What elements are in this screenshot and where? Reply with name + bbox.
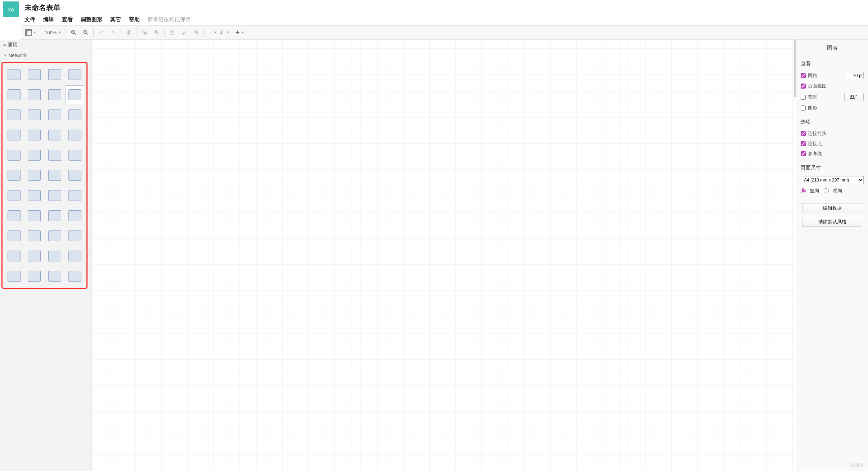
shape-hub[interactable] xyxy=(25,267,44,286)
delete-icon[interactable] xyxy=(123,27,135,38)
shape-buildings[interactable] xyxy=(25,85,44,104)
shape-satellite[interactable] xyxy=(25,226,44,245)
drawing-canvas[interactable] xyxy=(92,40,796,471)
shape-switch[interactable] xyxy=(45,267,64,286)
shape-lightning[interactable] xyxy=(66,65,84,84)
shape-router[interactable] xyxy=(5,226,23,245)
background-checkbox[interactable] xyxy=(801,95,806,100)
shadow-toggle-icon[interactable] xyxy=(191,27,203,38)
insert-icon[interactable]: +▼ xyxy=(234,27,246,38)
shape-phone[interactable] xyxy=(5,166,23,185)
shape-laptop[interactable] xyxy=(5,146,23,165)
scanner-icon xyxy=(68,230,81,241)
lock-icon xyxy=(8,251,21,261)
grid-size-input[interactable] xyxy=(846,72,864,79)
shape-storage[interactable] xyxy=(5,186,23,205)
shape-antenna[interactable] xyxy=(66,206,84,225)
connection-style-icon[interactable]: →▼ xyxy=(206,27,218,38)
shape-rack[interactable] xyxy=(45,206,64,225)
hand-icon xyxy=(8,89,21,100)
menu-extras[interactable]: 其它 xyxy=(110,16,121,23)
shape-rack-half[interactable] xyxy=(66,146,84,165)
shape-kvm[interactable] xyxy=(25,146,44,165)
shape-mainframe2[interactable] xyxy=(25,206,44,225)
router-icon xyxy=(8,230,21,241)
shape-camera[interactable] xyxy=(25,247,44,265)
svg-rect-14 xyxy=(196,31,198,34)
to-front-icon[interactable] xyxy=(138,27,151,38)
shape-cloud[interactable] xyxy=(45,85,64,104)
shape-fax[interactable] xyxy=(66,186,84,205)
shape-bolt[interactable] xyxy=(5,106,23,124)
shape-dish[interactable] xyxy=(45,226,64,245)
shape-line[interactable] xyxy=(45,65,64,84)
user-avatar[interactable]: YA xyxy=(3,1,19,17)
document-title[interactable]: 未命名表单 xyxy=(24,1,191,14)
shape-db[interactable] xyxy=(5,267,23,286)
connection-arrows-checkbox[interactable] xyxy=(801,131,806,136)
connection-points-checkbox[interactable] xyxy=(801,141,806,146)
shape-monitor[interactable] xyxy=(45,166,64,185)
shape-disk[interactable] xyxy=(5,126,23,144)
shape-server2[interactable] xyxy=(66,247,84,265)
svg-rect-8 xyxy=(144,32,147,35)
shape-scanner[interactable] xyxy=(66,226,84,245)
shape-bus[interactable] xyxy=(25,65,44,84)
zoom-in-icon[interactable] xyxy=(67,27,80,38)
tablet-icon xyxy=(68,271,81,282)
guides-checkbox[interactable] xyxy=(801,151,806,156)
clear-default-style-button[interactable]: 清除默认风格 xyxy=(802,217,862,227)
menu-help[interactable]: 帮助 xyxy=(129,16,140,23)
line-color-icon[interactable] xyxy=(178,27,191,38)
portrait-radio[interactable] xyxy=(801,188,806,193)
fill-color-icon[interactable] xyxy=(166,27,178,38)
dish-icon xyxy=(48,230,61,241)
page-layout-button[interactable]: ▼ xyxy=(23,29,39,36)
shape-lock[interactable] xyxy=(5,247,23,265)
grid-checkbox[interactable] xyxy=(801,73,806,78)
shape-tablet[interactable] xyxy=(66,267,84,286)
page-view-checkbox[interactable] xyxy=(801,84,806,89)
zoom-dropdown[interactable]: 100%▼ xyxy=(42,30,64,35)
canvas-area[interactable] xyxy=(92,40,796,471)
cloud-icon xyxy=(48,89,61,100)
menu-view[interactable]: 查看 xyxy=(62,16,73,23)
menu-edit[interactable]: 编辑 xyxy=(43,16,54,23)
edit-data-button[interactable]: 编辑数据 xyxy=(802,203,862,213)
menu-format[interactable]: 调整图形 xyxy=(81,16,102,23)
shape-sun[interactable] xyxy=(5,65,23,84)
shape-device[interactable] xyxy=(66,126,84,144)
redo-icon[interactable]: ↷ xyxy=(107,27,120,38)
zoom-out-icon[interactable] xyxy=(80,27,92,38)
landscape-radio[interactable] xyxy=(824,188,829,193)
shadow-checkbox[interactable] xyxy=(801,106,806,111)
grid-label: 网格 xyxy=(808,72,817,79)
shape-telephone[interactable] xyxy=(45,186,64,205)
shadow-label: 阴影 xyxy=(808,105,817,111)
menu-file[interactable]: 文件 xyxy=(24,16,35,23)
splitter-handle[interactable]: ⋮ xyxy=(89,40,92,471)
shape-firewall[interactable] xyxy=(25,126,44,144)
waypoint-style-icon[interactable]: ▼ xyxy=(218,27,231,38)
pc-icon xyxy=(48,109,61,120)
shape-gamepad[interactable] xyxy=(45,126,64,144)
shape-copier[interactable] xyxy=(25,106,44,124)
to-back-icon[interactable] xyxy=(151,27,163,38)
page-size-select[interactable]: A4 (210 mm x 297 mm) xyxy=(801,176,864,184)
shape-workstation[interactable] xyxy=(25,186,44,205)
undo-icon[interactable]: ↶ xyxy=(95,27,107,38)
shape-hand[interactable] xyxy=(5,85,23,104)
svg-line-5 xyxy=(86,33,88,35)
section-network[interactable]: ▼Network xyxy=(0,50,89,60)
shape-tower[interactable] xyxy=(66,106,84,124)
shape-mainframe[interactable] xyxy=(45,146,64,165)
shape-modem[interactable] xyxy=(25,166,44,185)
section-general[interactable]: ▶通用 xyxy=(0,40,89,50)
shape-server1[interactable] xyxy=(45,247,64,265)
shape-pc[interactable] xyxy=(45,106,64,124)
shape-printer[interactable] xyxy=(5,206,23,225)
image-button[interactable]: 图片 xyxy=(844,93,864,101)
shape-office[interactable] xyxy=(66,85,84,104)
tower-icon xyxy=(68,109,81,120)
shape-nas[interactable] xyxy=(66,166,84,185)
